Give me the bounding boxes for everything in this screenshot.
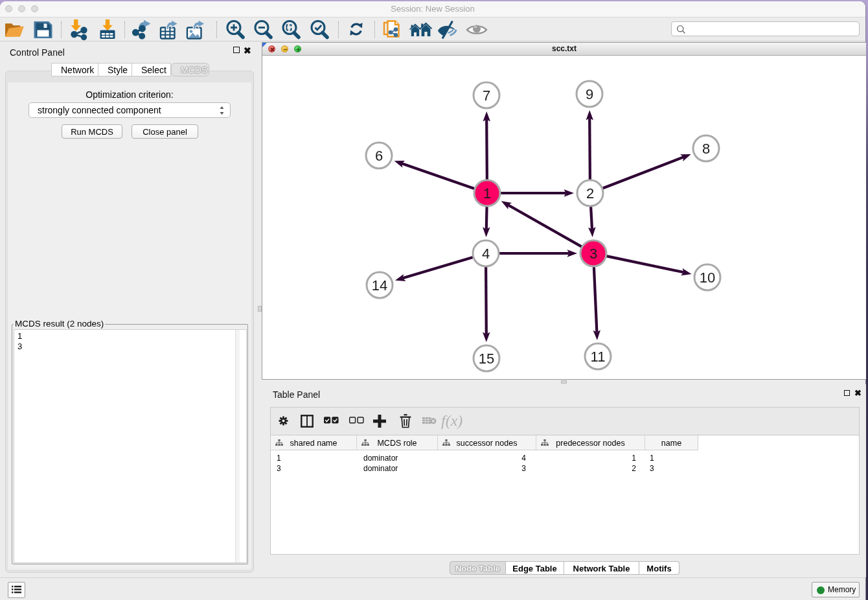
svg-text:7: 7 — [483, 87, 490, 104]
svg-text:1: 1 — [483, 185, 491, 202]
svg-text:3: 3 — [589, 246, 597, 262]
svg-text:2: 2 — [586, 185, 594, 202]
svg-text:8: 8 — [702, 141, 710, 157]
svg-text:4: 4 — [482, 246, 490, 262]
svg-text:15: 15 — [479, 351, 494, 367]
svg-text:6: 6 — [375, 148, 383, 164]
svg-text:11: 11 — [591, 349, 606, 365]
svg-text:10: 10 — [700, 270, 715, 286]
svg-text:14: 14 — [372, 277, 387, 294]
svg-text:9: 9 — [586, 86, 593, 102]
